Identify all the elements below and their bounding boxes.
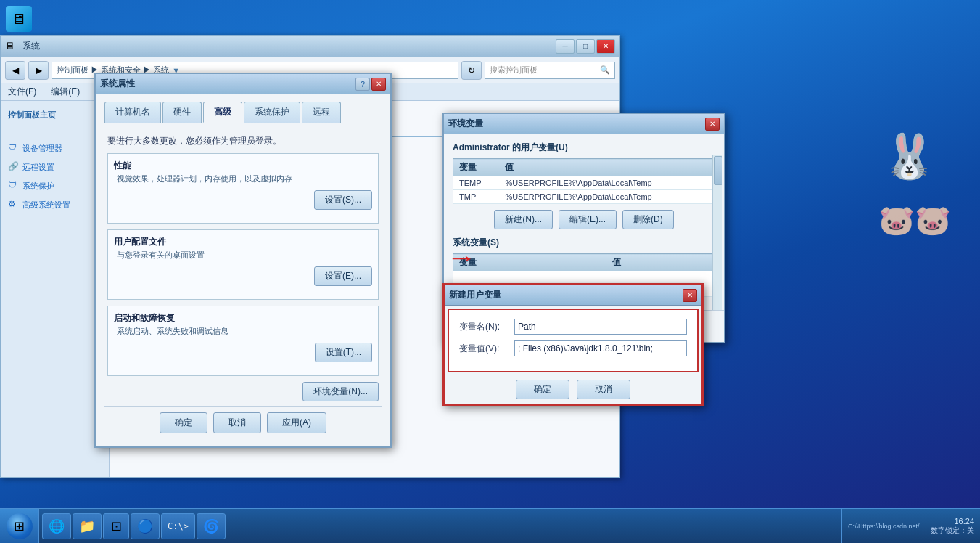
taskbar-item-0[interactable]: 🌐: [42, 513, 71, 539]
sidebar-item-device-manager[interactable]: 🛡 设备管理器: [4, 139, 106, 158]
new-user-variable-dialog: 新建用户变量 ✕ 变量名(N): 变量值(V): 确定 取消: [442, 283, 704, 406]
edit-var-button[interactable]: 编辑(E)...: [559, 210, 617, 229]
sidebar-label-protection: 系统保护: [22, 181, 54, 192]
ok-button[interactable]: 确定: [160, 412, 207, 433]
profile-section-title: 用户配置文件: [114, 236, 372, 248]
new-var-footer: 确定 取消: [445, 375, 701, 404]
refresh-button[interactable]: ↻: [461, 61, 482, 80]
sidebar-heading[interactable]: 控制面板主页: [4, 107, 106, 123]
minimize-button[interactable]: ─: [556, 39, 575, 54]
search-icon: 🔍: [600, 65, 610, 75]
user-vars-title: Administrator 的用户变量(U): [453, 142, 715, 154]
red-arrow: →: [446, 247, 477, 270]
table-row[interactable]: TMP %USERPROFILE%\AppData\Local\Temp: [453, 190, 715, 204]
tab-hardware[interactable]: 硬件: [162, 102, 202, 123]
protection-icon: 🛡: [8, 180, 20, 192]
menu-file[interactable]: 文件(F): [5, 86, 39, 98]
new-var-close[interactable]: ✕: [683, 289, 697, 302]
profile-settings-button[interactable]: 设置(E)...: [314, 266, 372, 286]
var-name-input[interactable]: [514, 319, 687, 335]
tab-computer-name[interactable]: 计算机名: [104, 102, 161, 123]
dialog-notice: 要进行大多数更改，您必须作为管理员登录。: [107, 135, 379, 147]
window-title: 系统: [22, 40, 556, 52]
cancel-button[interactable]: 取消: [213, 412, 261, 433]
bunny-decoration: 🐰: [882, 131, 936, 182]
col-var-name: 变量: [453, 159, 500, 176]
env-dialog-close[interactable]: ✕: [705, 118, 720, 131]
tab-bar: 计算机名 硬件 高级 系统保护 远程: [104, 102, 382, 123]
perf-settings-button[interactable]: 设置(S)...: [314, 190, 372, 210]
window-icon: 🖥: [5, 40, 18, 53]
user-var-buttons: 新建(N)... 编辑(E)... 删除(D): [453, 210, 715, 229]
sys-props-help-button[interactable]: ?: [355, 78, 370, 91]
new-var-button[interactable]: 新建(N)...: [494, 210, 553, 229]
env-variables-button[interactable]: 环境变量(N)...: [302, 382, 379, 401]
col-var-value: 值: [499, 159, 715, 176]
var-value-cell: %USERPROFILE%\AppData\Local\Temp: [499, 190, 715, 204]
sidebar-label-remote: 远程设置: [22, 162, 54, 173]
sys-props-body: 计算机名 硬件 高级 系统保护 远程 要进行大多数更改，您必须作为管理员登录。 …: [96, 94, 390, 446]
tab-advanced[interactable]: 高级: [203, 102, 242, 123]
device-manager-icon: 🛡: [8, 142, 20, 154]
delete-var-button[interactable]: 删除(D): [622, 210, 674, 229]
desktop-computer-icon: 🖥: [6, 6, 35, 35]
new-var-titlebar: 新建用户变量 ✕: [445, 285, 701, 306]
taskbar-items: 🌐 📁 ⊡ 🔵 C:\> 🌀: [39, 513, 841, 539]
sys-props-close-button[interactable]: ✕: [371, 78, 386, 91]
sidebar-label-advanced: 高级系统设置: [22, 200, 70, 211]
perf-section-desc: 视觉效果，处理器计划，内存使用，以及虚拟内存: [114, 173, 372, 184]
col-sys-var-value: 值: [606, 254, 715, 272]
back-button[interactable]: ◀: [5, 61, 25, 80]
forward-button[interactable]: ▶: [28, 61, 49, 80]
new-var-title: 新建用户变量: [449, 289, 683, 301]
taskbar-item-1[interactable]: 📁: [73, 513, 102, 539]
new-var-cancel-button[interactable]: 取消: [577, 380, 630, 399]
taskbar-item-2[interactable]: ⊡: [103, 513, 129, 539]
computer-icon: 🖥: [6, 6, 32, 32]
taskbar-url: C:\\Https://blog.csdn.net/...: [848, 523, 925, 530]
new-var-body: 变量名(N): 变量值(V):: [448, 309, 699, 372]
var-value-label: 变量值(V):: [459, 343, 510, 355]
close-button[interactable]: ✕: [596, 39, 615, 54]
dialog-footer: 确定 取消 应用(A): [104, 406, 382, 439]
tab-protection[interactable]: 系统保护: [244, 102, 300, 123]
startup-section-desc: 系统启动、系统失败和调试信息: [114, 326, 372, 337]
desktop: 🖥 🐰 🐷🐷 🖥 系统 ─ □ ✕ ◀ ▶ 控制面板 ▶ 系统和安全 ▶ 系统 …: [0, 0, 980, 543]
system-properties-dialog: 系统属性 ? ✕ 计算机名 硬件 高级 系统保护 远程 要进行大多数更改，您必须…: [94, 73, 392, 448]
var-value-row: 变量值(V):: [459, 340, 687, 356]
taskbar-time: 16:24: [954, 517, 974, 526]
env-dialog-title: 环境变量: [448, 118, 705, 130]
taskbar-item-5[interactable]: 🌀: [197, 513, 226, 539]
env-dialog-titlebar: 环境变量 ✕: [444, 114, 724, 134]
dialog-content: 要进行大多数更改，您必须作为管理员登录。 性能 视觉效果，处理器计划，内存使用，…: [104, 131, 382, 406]
taskbar-item-4[interactable]: C:\>: [161, 513, 195, 539]
restore-button[interactable]: □: [576, 39, 595, 54]
taskbar-right: C:\\Https://blog.csdn.net/... 16:24 数字锁定…: [841, 509, 980, 543]
table-row[interactable]: TEMP %USERPROFILE%\AppData\Local\Temp: [453, 176, 715, 190]
sidebar-item-remote[interactable]: 🔗 远程设置: [4, 158, 106, 176]
pig-decoration: 🐷🐷: [878, 203, 951, 237]
sys-props-titlebar: 系统属性 ? ✕: [96, 74, 390, 94]
profile-section-desc: 与您登录有关的桌面设置: [114, 250, 372, 261]
start-button[interactable]: ⊞: [0, 509, 39, 544]
startup-settings-button[interactable]: 设置(T)...: [315, 343, 372, 362]
start-orb: ⊞: [7, 513, 33, 539]
window-titlebar: 🖥 系统 ─ □ ✕: [1, 36, 619, 57]
search-placeholder: 搜索控制面板: [490, 65, 538, 75]
menu-edit[interactable]: 编辑(E): [48, 86, 83, 98]
taskbar-item-3[interactable]: 🔵: [131, 513, 160, 539]
scrollbar[interactable]: [712, 155, 722, 310]
sidebar-item-advanced[interactable]: ⚙ 高级系统设置: [4, 195, 106, 214]
var-value-input[interactable]: [514, 340, 687, 356]
scrollbar-thumb[interactable]: [714, 156, 722, 185]
apply-button[interactable]: 应用(A): [267, 412, 326, 433]
window-controls: ─ □ ✕: [556, 39, 615, 54]
search-field[interactable]: 搜索控制面板 🔍: [485, 62, 615, 79]
new-var-ok-button[interactable]: 确定: [516, 380, 569, 399]
sidebar: 控制面板主页 🛡 设备管理器 🔗 远程设置 🛡 系统保护 ⚙ 高级系统设置: [1, 101, 110, 477]
tab-remote[interactable]: 远程: [302, 102, 341, 123]
sidebar-item-protection[interactable]: 🛡 系统保护: [4, 176, 106, 195]
var-name-row: 变量名(N):: [459, 319, 687, 335]
perf-section-title: 性能: [114, 160, 372, 172]
sys-props-title: 系统属性: [100, 78, 355, 90]
